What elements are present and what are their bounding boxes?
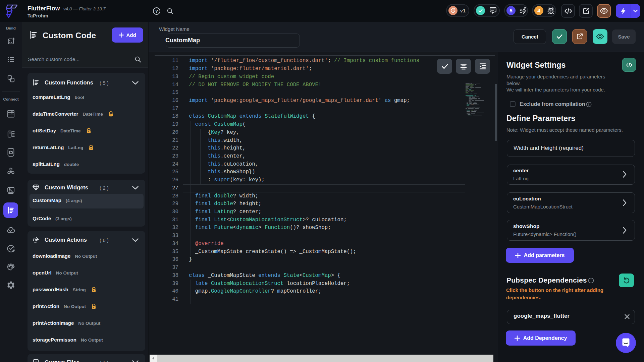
svg-text:?: ?	[155, 9, 158, 14]
